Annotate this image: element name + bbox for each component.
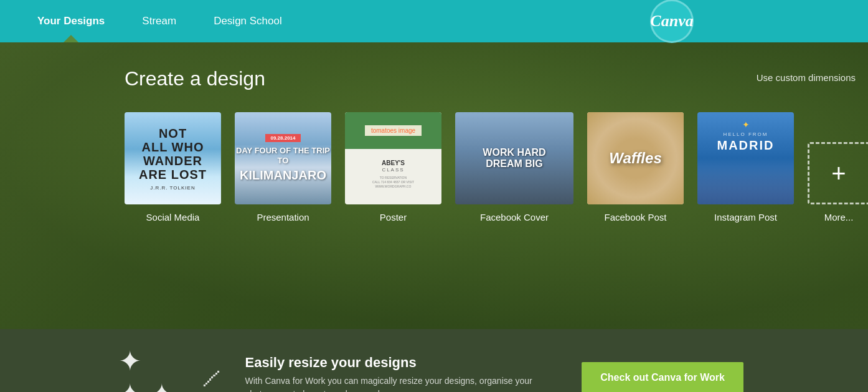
card-label-social-media: Social Media: [146, 212, 200, 222]
design-card-instagram-post[interactable]: ✦ HELLO FROM MADRID Instagram Post: [697, 112, 794, 222]
social-author: J.R.R. TOLKIEN: [139, 185, 207, 191]
thumbnail-facebook-post: Waffles: [587, 112, 684, 204]
social-quote: NOTALL WHOWANDERARE LOST: [139, 127, 207, 181]
fb-post-text: Waffles: [609, 150, 661, 167]
design-card-poster[interactable]: tomatoes image ABEY'S CLASS TO RESERVATI…: [345, 112, 441, 222]
presentation-subtitle: DAY FOUR OF THE TRIP TO: [235, 146, 331, 165]
poster-details: TO RESERVATIONCALL 714 834 4837 OR VISIT…: [372, 176, 414, 189]
thumbnail-presentation: 09.28.2014 DAY FOUR OF THE TRIP TO KILIM…: [235, 112, 331, 204]
more-thumb-icon: +: [808, 142, 868, 204]
magic-wand-icon: ✦✦ ✦: [118, 345, 174, 392]
main-content: Create a design Use custom dimensions NO…: [0, 42, 868, 329]
poster-class: CLASS: [372, 167, 414, 173]
thumbnail-social-media: NOTALL WHOWANDERARE LOST J.R.R. TOLKIEN: [125, 112, 221, 204]
nav-tab-stream[interactable]: Stream: [123, 0, 195, 42]
navbar: Your Designs Stream Design School Canva: [0, 0, 868, 42]
more-label: More...: [824, 212, 854, 222]
wand-icon: ⟋: [196, 360, 227, 392]
card-label-instagram-post: Instagram Post: [714, 212, 777, 222]
card-label-poster: Poster: [380, 212, 407, 222]
more-designs-card[interactable]: + More...: [808, 142, 868, 222]
design-cards-row: NOTALL WHOWANDERARE LOST J.R.R. TOLKIEN …: [125, 112, 849, 222]
thumbnail-poster: tomatoes image ABEY'S CLASS TO RESERVATI…: [345, 112, 441, 204]
create-heading: Create a design: [125, 67, 849, 90]
card-label-presentation: Presentation: [257, 212, 309, 222]
poster-name: ABEY'S: [372, 160, 414, 166]
design-card-facebook-post[interactable]: Waffles Facebook Post: [587, 112, 684, 222]
check-canva-work-button[interactable]: Check out Canva for Work: [582, 362, 743, 392]
instagram-building-gradient: [697, 167, 794, 204]
design-card-social-media[interactable]: NOTALL WHOWANDERARE LOST J.R.R. TOLKIEN …: [125, 112, 221, 222]
design-card-facebook-cover[interactable]: WORK HARD DREAM BIG Facebook Cover: [455, 112, 573, 222]
thumbnail-facebook-cover: WORK HARD DREAM BIG: [455, 112, 573, 204]
banner-text-block: Easily resize your designs With Canva fo…: [245, 355, 567, 392]
presentation-date: 09.28.2014: [265, 134, 300, 142]
use-custom-dimensions[interactable]: Use custom dimensions: [757, 72, 856, 83]
nav-tab-design-school[interactable]: Design School: [195, 0, 301, 42]
instagram-star: ✦: [742, 120, 750, 130]
card-label-facebook-cover: Facebook Cover: [480, 212, 549, 222]
promo-banner: ✦✦ ✦ ⟋ Easily resize your designs With C…: [0, 329, 868, 392]
nav-links: Your Designs Stream Design School: [19, 0, 301, 42]
canva-logo[interactable]: Canva: [650, 0, 694, 43]
nav-tab-your-designs[interactable]: Your Designs: [19, 0, 123, 42]
banner-description: With Canva for Work you can magically re…: [245, 375, 567, 392]
instagram-hello: HELLO FROM: [723, 131, 768, 137]
thumbnail-instagram-post: ✦ HELLO FROM MADRID: [697, 112, 794, 204]
design-card-presentation[interactable]: 09.28.2014 DAY FOUR OF THE TRIP TO KILIM…: [235, 112, 331, 222]
instagram-city: MADRID: [717, 138, 775, 153]
fb-cover-headline: WORK HARD DREAM BIG: [483, 147, 545, 169]
banner-title: Easily resize your designs: [245, 355, 567, 371]
card-label-facebook-post: Facebook Post: [604, 212, 666, 222]
presentation-title: KILIMANJARO: [240, 168, 326, 183]
